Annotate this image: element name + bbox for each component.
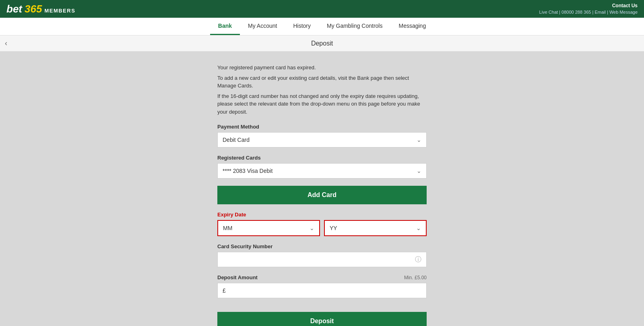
main-content: Your registered payment card has expired… [0, 52, 644, 326]
registered-cards-arrow[interactable]: ⌄ [412, 168, 426, 174]
expiry-year-value: YY [325, 221, 411, 235]
nav-bank[interactable]: Bank [210, 18, 240, 35]
registered-cards-value: **** 2083 Visa Debit [218, 164, 412, 178]
contact-title: Contact Us [539, 2, 638, 9]
currency-symbol: £ [223, 287, 226, 294]
deposit-amount-input-wrapper: £ [217, 283, 427, 298]
expiry-month-select[interactable]: MM ⌄ [217, 220, 320, 236]
deposit-amount-group: Deposit Amount Min. £5.00 £ [217, 274, 427, 298]
payment-method-arrow[interactable]: ⌄ [412, 137, 426, 143]
payment-method-label: Payment Method [217, 124, 427, 130]
header: bet365 MEMBERS Contact Us Live Chat | 08… [0, 0, 644, 18]
card-security-label: Card Security Number [217, 243, 427, 249]
payment-method-value: Debit Card [218, 133, 412, 147]
nav-gambling-controls[interactable]: My Gambling Controls [319, 18, 391, 35]
notice-line3: If the 16-digit card number has not chan… [217, 92, 427, 116]
deposit-amount-label: Deposit Amount [217, 274, 258, 280]
card-security-input[interactable] [218, 252, 410, 267]
expiry-date-label: Expiry Date [217, 212, 427, 218]
main-nav: Bank My Account History My Gambling Cont… [0, 18, 644, 35]
logo-365: 365 [25, 3, 42, 15]
expiry-year-arrow[interactable]: ⌄ [411, 225, 426, 231]
logo: bet365 MEMBERS [6, 3, 75, 15]
add-card-button[interactable]: Add Card [217, 186, 427, 204]
card-security-group: Card Security Number ⓘ [217, 243, 427, 267]
payment-method-select[interactable]: Debit Card ⌄ [217, 132, 427, 147]
card-security-wrapper: ⓘ [217, 252, 427, 267]
registered-cards-label: Registered Cards [217, 155, 427, 161]
back-button[interactable]: ‹ [5, 39, 7, 48]
page-title-bar: ‹ Deposit [0, 35, 644, 52]
nav-messaging[interactable]: Messaging [390, 18, 434, 35]
deposit-amount-input[interactable] [227, 287, 421, 294]
contact-info: Contact Us Live Chat | 08000 288 365 | E… [539, 2, 638, 15]
expiry-month-value: MM [218, 221, 305, 235]
deposit-amount-min: Min. £5.00 [404, 275, 427, 280]
logo-members: MEMBERS [44, 8, 75, 14]
nav-my-account[interactable]: My Account [240, 18, 285, 35]
expiry-date-group: Expiry Date MM ⌄ YY ⌄ [217, 212, 427, 236]
contact-links[interactable]: Live Chat | 08000 288 365 | Email | Web … [539, 9, 638, 15]
page-title: Deposit [311, 40, 333, 47]
notice-line1: Your registered payment card has expired… [217, 64, 427, 72]
deposit-form-container: Your registered payment card has expired… [217, 60, 427, 326]
payment-method-group: Payment Method Debit Card ⌄ [217, 124, 427, 147]
expiry-row: MM ⌄ YY ⌄ [217, 220, 427, 236]
registered-cards-select[interactable]: **** 2083 Visa Debit ⌄ [217, 163, 427, 179]
expiry-year-select[interactable]: YY ⌄ [324, 220, 427, 236]
notice-line2: To add a new card or edit your existing … [217, 74, 427, 90]
deposit-amount-header: Deposit Amount Min. £5.00 [217, 274, 427, 280]
expiry-month-arrow[interactable]: ⌄ [305, 225, 319, 231]
registered-cards-group: Registered Cards **** 2083 Visa Debit ⌄ [217, 155, 427, 179]
nav-history[interactable]: History [285, 18, 319, 35]
deposit-button[interactable]: Deposit [217, 312, 427, 326]
logo-bet: bet [6, 3, 22, 15]
info-icon[interactable]: ⓘ [410, 255, 426, 264]
